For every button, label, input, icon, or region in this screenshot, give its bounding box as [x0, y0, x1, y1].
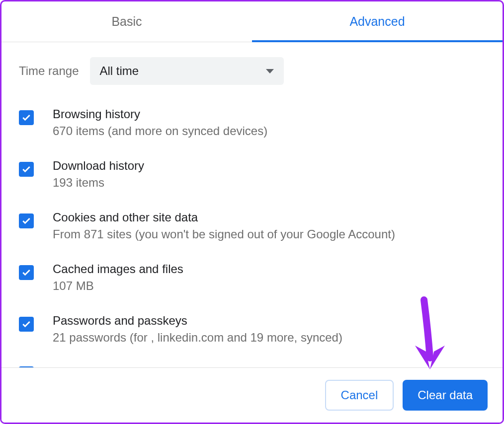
check-icon [21, 216, 31, 226]
item-text: Cookies and other site data From 871 sit… [53, 211, 395, 241]
check-icon [21, 164, 31, 174]
checkbox-cached[interactable] [19, 265, 34, 280]
item-title: Cached images and files [53, 262, 183, 276]
tab-advanced[interactable]: Advanced [252, 1, 503, 42]
item-download-history: Download history 193 items [19, 159, 485, 190]
item-cookies: Cookies and other site data From 871 sit… [19, 211, 485, 241]
item-title: Browsing history [53, 107, 267, 121]
item-title: Download history [53, 159, 144, 173]
item-text: Download history 193 items [53, 159, 144, 190]
dialog-footer: Cancel Clear data [1, 367, 503, 423]
checkbox-cookies[interactable] [19, 213, 34, 228]
tab-basic[interactable]: Basic [1, 1, 252, 42]
item-cached: Cached images and files 107 MB [19, 262, 485, 293]
chevron-down-icon [266, 69, 274, 73]
tab-advanced-label: Advanced [349, 14, 405, 29]
tab-basic-label: Basic [111, 14, 142, 29]
time-range-value: All time [100, 64, 139, 78]
item-subtitle: 21 passwords (for , linkedin.com and 19 … [53, 331, 342, 345]
item-text: Browsing history 670 items (and more on … [53, 107, 267, 138]
time-range-label: Time range [19, 64, 79, 78]
item-browsing-history: Browsing history 670 items (and more on … [19, 107, 485, 138]
clear-data-button[interactable]: Clear data [403, 380, 488, 411]
time-range-select[interactable]: All time [90, 57, 284, 85]
item-title: Passwords and passkeys [53, 314, 342, 328]
dialog-content: Time range All time Browsing history 670… [1, 42, 503, 379]
checkbox-browsing-history[interactable] [19, 110, 34, 125]
checkbox-passwords[interactable] [19, 317, 34, 332]
time-range-row: Time range All time [19, 57, 485, 85]
item-subtitle: 193 items [53, 176, 144, 190]
cancel-button[interactable]: Cancel [325, 380, 394, 411]
item-text: Cached images and files 107 MB [53, 262, 183, 293]
item-text: Passwords and passkeys 21 passwords (for… [53, 314, 342, 345]
item-title: Cookies and other site data [53, 211, 395, 224]
item-subtitle: 670 items (and more on synced devices) [53, 124, 267, 138]
item-subtitle: From 871 sites (you won't be signed out … [53, 227, 395, 241]
check-icon [21, 268, 31, 278]
item-passwords: Passwords and passkeys 21 passwords (for… [19, 314, 485, 345]
item-subtitle: 107 MB [53, 279, 183, 293]
tab-bar: Basic Advanced [1, 1, 503, 42]
checkbox-download-history[interactable] [19, 162, 34, 177]
check-icon [21, 113, 31, 123]
check-icon [21, 319, 31, 329]
